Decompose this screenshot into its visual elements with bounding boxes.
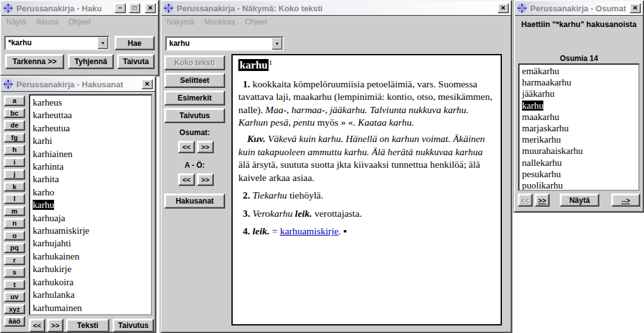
next-hit-button[interactable]: >> (535, 194, 550, 207)
alphabet-button[interactable]: h (4, 145, 25, 155)
list-item[interactable]: karhiainen (33, 148, 151, 160)
close-button[interactable]: ✕ (497, 3, 509, 13)
alphabet-button[interactable]: i (4, 157, 25, 168)
text-run: Kuv. (247, 133, 265, 144)
alphabet-button[interactable]: n (4, 218, 25, 229)
menu-item[interactable]: Näkymä (167, 18, 194, 26)
aoz-prev-button[interactable]: << (178, 173, 195, 186)
alphabet-button[interactable]: fg (4, 133, 25, 143)
text-run: leik. (250, 226, 270, 236)
list-item[interactable]: nallekarhu (522, 157, 638, 168)
list-item[interactable]: marjaskarhu (522, 123, 638, 134)
minimize-button[interactable]: – (114, 3, 126, 13)
view-button[interactable]: Koko teksti (164, 55, 225, 70)
list-item[interactable]: maakarhu (522, 111, 638, 123)
tarkenna-button[interactable]: Tarkenna >> (5, 54, 64, 69)
dropdown-button[interactable]: ▼ (272, 38, 282, 50)
menu-item[interactable]: Näytä (6, 18, 26, 26)
osumat-window: Perussanakirja - Osumat ✕ Haettiin "*kar… (514, 0, 644, 212)
teksti-button[interactable]: Teksti (66, 319, 109, 332)
prev-page-button[interactable]: << (29, 319, 45, 332)
list-item[interactable]: harmaakarhu (522, 77, 638, 88)
alphabet-button[interactable]: t (4, 280, 25, 290)
list-item[interactable]: karhinta (33, 160, 151, 173)
alphabet-button[interactable]: de (4, 120, 25, 131)
alphabet-panel: abcdefghijklmnopqrstuvxyzåäö (4, 96, 25, 327)
alphabet-button[interactable]: s (4, 267, 25, 278)
alphabet-button[interactable]: bc (4, 108, 25, 119)
alphabet-button[interactable]: r (4, 255, 25, 266)
alphabet-button[interactable]: l (4, 194, 25, 204)
list-item[interactable]: karhulanka (33, 288, 151, 301)
view-button[interactable]: Selitteet (164, 73, 225, 88)
text-run: myös » «. (315, 117, 358, 128)
list-item[interactable]: karhu (522, 100, 638, 111)
hakusanat-button[interactable]: Hakusanat (164, 194, 225, 209)
list-item[interactable]: karheutua (33, 122, 151, 134)
list-item[interactable]: karhujahti (33, 237, 151, 249)
list-item[interactable]: karhukirje (33, 263, 151, 275)
text-run: Verokarhu (250, 208, 295, 219)
search-combobox: *karhu ▼ (4, 36, 109, 50)
taivutus-button[interactable]: Taivutus (113, 319, 154, 332)
alphabet-button[interactable]: åäö (4, 316, 25, 327)
search-input[interactable]: *karhu (6, 37, 97, 49)
list-item[interactable]: muurahaiskarhu (522, 145, 638, 156)
osumat-prev-button[interactable]: << (178, 141, 195, 153)
list-item[interactable]: karhi (33, 134, 151, 147)
alphabet-button[interactable]: m (4, 206, 25, 217)
close-button[interactable]: ✕ (630, 3, 641, 13)
list-item[interactable]: karhukainen (33, 250, 151, 263)
nayta-button[interactable]: Näytä (560, 194, 599, 207)
list-item-label: merikarhu (522, 134, 561, 145)
list-item[interactable]: pesukarhu (522, 168, 638, 180)
close-button[interactable]: ✕ (145, 3, 156, 13)
list-item[interactable]: karhu (33, 199, 151, 211)
list-item[interactable]: puolikarhu (522, 180, 638, 191)
alphabet-button[interactable]: j (4, 169, 25, 180)
list-item[interactable]: karhuamiskirje (33, 224, 151, 237)
menu-item[interactable]: Ohjeet (245, 18, 267, 26)
close-button[interactable]: ✕ (142, 79, 153, 89)
list-item[interactable]: emäkarhu (522, 65, 638, 77)
alphabet-button[interactable]: o (4, 231, 25, 241)
alphabet-button[interactable]: uv (4, 292, 25, 302)
prev-hit-button[interactable]: << (518, 194, 533, 207)
window-title: Perussanakirja - Hakusanat (16, 80, 138, 89)
text-run[interactable]: karhuamiskirje (280, 226, 338, 236)
list-item[interactable]: karhita (33, 173, 151, 185)
next-page-button[interactable]: >> (47, 319, 64, 332)
hits-count: Osumia 14 (515, 54, 643, 63)
alphabet-button[interactable]: xyz (4, 304, 25, 315)
entry-input[interactable]: karhu (167, 38, 272, 50)
taivuta-button[interactable]: Taivuta (117, 54, 155, 69)
aoz-next-button[interactable]: >> (197, 173, 214, 186)
headword-list: karheuskarheuttaakarheutuakarhikarhiaine… (29, 94, 152, 315)
alphabet-button[interactable]: a (4, 96, 25, 106)
menu-item[interactable]: Ohjeet (69, 18, 91, 26)
maximize-button[interactable]: □ (129, 3, 140, 13)
entry-combobox: karhu ▼ (165, 36, 284, 51)
osumat-next-button[interactable]: >> (197, 141, 214, 153)
list-item[interactable]: karhukoira (33, 276, 151, 288)
search-summary: Haettiin "*karhu" hakusanoista (515, 20, 643, 29)
arrow-button[interactable]: --> (611, 194, 640, 207)
list-item[interactable]: karhuaja (33, 212, 151, 224)
hae-button[interactable]: Hae (114, 36, 155, 50)
list-item[interactable]: merikarhu (522, 134, 638, 145)
menu-item[interactable]: Muokkaa (204, 18, 235, 26)
sense-3: 3. Verokarhu leik. verottajasta. (238, 207, 495, 220)
list-item[interactable]: karheus (33, 96, 151, 109)
list-item[interactable]: karho (33, 186, 151, 199)
list-item[interactable]: karhumainen (33, 302, 151, 314)
view-button[interactable]: Esimerkit (164, 90, 225, 106)
list-item-label: muurahaiskarhu (522, 146, 583, 156)
dropdown-button[interactable]: ▼ (97, 37, 108, 49)
alphabet-button[interactable]: pq (4, 243, 25, 253)
alphabet-button[interactable]: k (4, 182, 25, 192)
list-item[interactable]: karheuttaa (33, 109, 151, 121)
view-button[interactable]: Taivutus (164, 108, 225, 123)
menu-item[interactable]: Ikkuna (36, 18, 58, 26)
tyhjenna-button[interactable]: Tyhjennä (68, 54, 114, 69)
list-item[interactable]: jääkarhu (522, 88, 638, 99)
